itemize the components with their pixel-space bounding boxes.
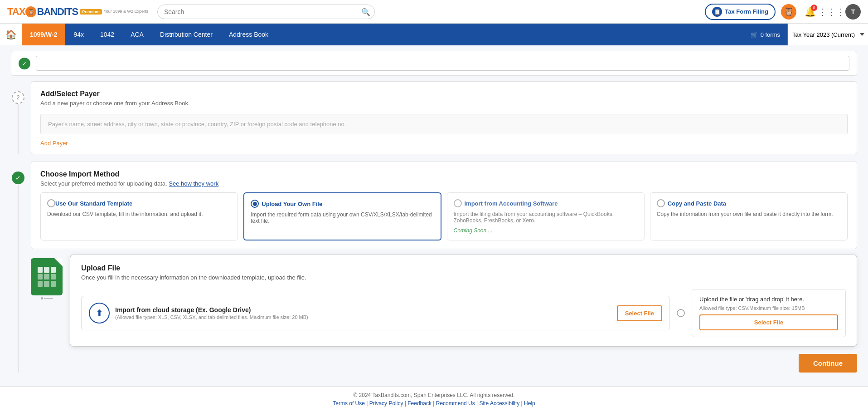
home-nav-button[interactable]: 🏠 xyxy=(0,24,22,45)
import-methods-grid: Use Our Standard Template Download our C… xyxy=(40,192,848,240)
tax-form-icon: 📋 xyxy=(712,7,722,17)
nav-item-94x[interactable]: 94x xyxy=(65,24,92,45)
direct-upload-option: Upload the file or 'drag and drop' it he… xyxy=(692,289,846,337)
import-section-wrapper: ✓ Choose Import Method Select your prefe… xyxy=(11,162,857,373)
tax-year-select[interactable]: Tax Year 2023 (Current) xyxy=(787,24,868,45)
step3-connector xyxy=(18,184,19,373)
method-standard-radio[interactable] xyxy=(47,199,55,207)
search-bar: 🔍 xyxy=(157,5,375,19)
see-how-link[interactable]: See how they work xyxy=(169,180,218,187)
footer-help-link[interactable]: Help xyxy=(524,400,535,407)
footer-feedback-link[interactable]: Feedback xyxy=(407,400,432,407)
cart-button[interactable]: 🛒 0 forms xyxy=(743,24,787,45)
tagline: Your 1099 & W2 Experts xyxy=(104,7,148,14)
step2-title: Add/Select Payer xyxy=(40,90,848,98)
grid-cell xyxy=(44,267,49,273)
grid-cell xyxy=(38,274,43,280)
spreadsheet-grid xyxy=(38,267,56,287)
nav-item-aca[interactable]: ACA xyxy=(122,24,152,45)
select-file-cloud-button[interactable]: Select File xyxy=(617,305,662,321)
step2-subtitle: Add a new payer or choose one from your … xyxy=(40,100,848,107)
method-accounting-radio[interactable] xyxy=(454,199,462,207)
payer-row: Payer's name, street address, city or to… xyxy=(40,114,848,134)
footer-recommend-link[interactable]: Recommend Us xyxy=(436,400,475,407)
step2-connector xyxy=(18,104,19,154)
cloud-option-title: Import from cloud storage (Ex. Google Dr… xyxy=(115,306,308,314)
continue-section: Continue xyxy=(31,354,857,373)
step2-wrapper: 2 Add/Select Payer Add a new payer or ch… xyxy=(11,81,857,154)
nav-right: 🛒 0 forms Tax Year 2023 (Current) xyxy=(743,24,868,45)
search-button[interactable]: 🔍 xyxy=(361,7,370,16)
dot xyxy=(41,297,43,299)
method-upload-title: Upload Your Own File xyxy=(262,201,322,207)
grid-cell xyxy=(51,267,56,273)
logo-area: TAX 🦉 BANDITS Premium Your 1099 & W2 Exp… xyxy=(7,6,148,18)
import-method-title: Choose Import Method xyxy=(40,170,119,178)
notification-button[interactable]: 🔔 0 xyxy=(802,4,818,20)
method-upload-header: Upload Your Own File xyxy=(251,200,434,208)
top-header: TAX 🦉 BANDITS Premium Your 1099 & W2 Exp… xyxy=(0,0,868,24)
method-accounting[interactable]: Import from Accounting Software Import t… xyxy=(447,192,645,240)
import-section-content: Choose Import Method Select your preferr… xyxy=(31,162,857,373)
grid-cell xyxy=(44,281,49,287)
cloud-upload-icon: ⬆ xyxy=(89,303,110,324)
content-area: ✓ 2 Add/Select Payer Add a new payer or … xyxy=(0,45,868,386)
direct-upload-text: Upload the file or 'drag and drop' it he… xyxy=(699,296,838,303)
nav-item-1042[interactable]: 1042 xyxy=(92,24,122,45)
payer-placeholder-text: Payer's name, street address, city or to… xyxy=(48,121,346,128)
upload-section-wrapper: Upload File Once you fill in the necessa… xyxy=(31,255,857,347)
file-connector-dots xyxy=(31,297,63,299)
coming-soon-text: Coming Soon ... xyxy=(454,227,638,234)
continue-button[interactable]: Continue xyxy=(799,354,857,373)
or-radio-divider xyxy=(675,309,686,317)
nav-item-1099w2[interactable]: 1099/W-2 xyxy=(22,24,65,45)
app-grid-button[interactable]: ⋮⋮⋮ xyxy=(824,4,840,20)
cart-count: 0 forms xyxy=(761,31,780,38)
direct-upload-sub: Allowed file type: CSV.Maximum file size… xyxy=(699,305,838,311)
user-avatar-button[interactable]: T xyxy=(845,4,861,20)
footer-privacy-link[interactable]: Privacy Policy xyxy=(369,400,403,407)
footer-copyright: © 2024 TaxBandits.com, Span Enterprises … xyxy=(5,392,863,398)
nav-item-distribution[interactable]: Distribution Center xyxy=(152,24,221,45)
grid-cell xyxy=(51,274,56,280)
grid-cell xyxy=(51,281,56,287)
method-standard-header: Use Our Standard Template xyxy=(47,199,231,207)
method-upload-radio[interactable] xyxy=(251,200,259,208)
step2-indicator: 2 xyxy=(11,81,31,154)
footer-terms-link[interactable]: Terms of Use xyxy=(333,400,365,407)
cloud-upload-text: Import from cloud storage (Ex. Google Dr… xyxy=(115,306,308,320)
grid-cell xyxy=(38,267,43,273)
step3-indicator: ✓ xyxy=(11,162,31,373)
method-copypaste-title: Copy and Paste Data xyxy=(668,200,726,207)
step2-card: Add/Select Payer Add a new payer or choo… xyxy=(31,81,857,154)
owl-avatar[interactable]: 🦉 xyxy=(781,4,796,20)
grid-cell xyxy=(44,274,49,280)
logo-mascot-icon: 🦉 xyxy=(25,6,36,17)
spreadsheet-file-icon xyxy=(31,258,63,299)
step1-input[interactable] xyxy=(36,56,849,71)
tax-form-label: Tax Form Filing xyxy=(725,8,768,15)
nav-bar: 🏠 1099/W-2 94x 1042 ACA Distribution Cen… xyxy=(0,24,868,45)
add-payer-link[interactable]: Add Payer xyxy=(40,140,848,147)
method-copypaste[interactable]: Copy and Paste Data Copy the information… xyxy=(650,192,848,240)
step1-bar-inner: ✓ xyxy=(19,56,849,71)
method-upload[interactable]: Upload Your Own File Import the required… xyxy=(243,192,441,240)
nav-item-addressbook[interactable]: Address Book xyxy=(221,24,276,45)
line xyxy=(44,298,53,299)
select-file-direct-button[interactable]: Select File xyxy=(699,314,838,330)
method-copypaste-radio[interactable] xyxy=(657,199,665,207)
search-input[interactable] xyxy=(157,5,375,19)
page-wrapper: TAX 🦉 BANDITS Premium Your 1099 & W2 Exp… xyxy=(0,0,868,412)
upload-options-row: ⬆ Import from cloud storage (Ex. Google … xyxy=(81,289,846,337)
logo-tax: TAX xyxy=(7,6,25,18)
upload-subtitle: Once you fill in the necessary informati… xyxy=(81,274,846,281)
grid-cell xyxy=(38,281,43,287)
footer-accessibility-link[interactable]: Site Accessibility xyxy=(480,400,520,407)
import-method-subtitle: Select your preferred method for uploadi… xyxy=(40,180,848,187)
logo-bandits: BANDITS xyxy=(37,6,78,18)
tax-form-filing-button[interactable]: 📋 Tax Form Filing xyxy=(705,4,776,20)
method-standard[interactable]: Use Our Standard Template Download our C… xyxy=(40,192,238,240)
method-accounting-header: Import from Accounting Software xyxy=(454,199,638,207)
step1-bar: ✓ xyxy=(11,51,857,76)
cloud-option-desc: (Allowed file types: XLS, CSV, XLSX, and… xyxy=(115,314,308,320)
